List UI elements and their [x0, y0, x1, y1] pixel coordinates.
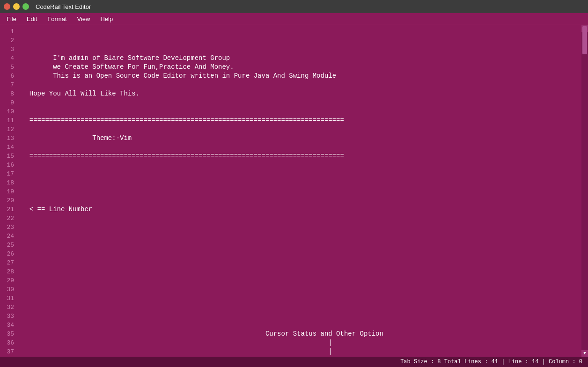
line-number: 5 — [3, 63, 14, 72]
code-line — [22, 187, 581, 196]
code-line: we Create Software For Fun,Practice And … — [22, 63, 581, 72]
code-line: | — [22, 338, 581, 347]
code-line: < == Line Number — [22, 205, 581, 214]
line-number: 19 — [3, 187, 14, 196]
code-line — [22, 312, 581, 321]
code-line — [22, 258, 581, 267]
line-number: 26 — [3, 250, 14, 258]
line-number: 25 — [3, 241, 14, 250]
menu-item-view[interactable]: View — [73, 15, 95, 23]
menu-item-file[interactable]: File — [2, 15, 21, 23]
code-line — [22, 98, 581, 107]
close-button[interactable] — [4, 3, 10, 10]
app-title: CodeRail Text Editor — [36, 3, 91, 10]
code-line — [22, 196, 581, 205]
line-number: 31 — [3, 294, 14, 303]
line-number: 2 — [3, 36, 14, 45]
code-line: Theme:-Vim — [22, 134, 581, 143]
line-number: 29 — [3, 276, 14, 285]
code-line: ========================================… — [22, 116, 581, 125]
line-number: 12 — [3, 125, 14, 134]
line-number: 17 — [3, 169, 14, 178]
code-line — [22, 161, 581, 169]
line-number: 13 — [3, 134, 14, 143]
line-number: 1 — [3, 27, 14, 36]
code-line — [22, 232, 581, 241]
line-number: 16 — [3, 161, 14, 169]
line-number: 3 — [3, 45, 14, 54]
scrollbar[interactable]: ▲ ▼ — [581, 25, 588, 357]
code-line — [22, 81, 581, 89]
line-number: 4 — [3, 54, 14, 63]
menu-item-edit[interactable]: Edit — [22, 15, 42, 23]
code-line — [22, 214, 581, 223]
line-number: 20 — [3, 196, 14, 205]
code-line — [22, 143, 581, 152]
code-line — [22, 250, 581, 258]
titlebar: CodeRail Text Editor — [0, 0, 588, 13]
code-line — [22, 223, 581, 232]
line-number: 23 — [3, 223, 14, 232]
line-number: 6 — [3, 72, 14, 81]
line-number: 37 — [3, 347, 14, 356]
maximize-button[interactable] — [22, 3, 29, 10]
line-number: 7 — [3, 81, 14, 89]
line-number: 27 — [3, 258, 14, 267]
line-number: 30 — [3, 285, 14, 294]
line-number: 8 — [3, 89, 14, 98]
code-line: | — [22, 347, 581, 356]
code-line — [22, 321, 581, 330]
line-number: 24 — [3, 232, 14, 241]
code-line — [22, 178, 581, 187]
code-line — [22, 276, 581, 285]
scroll-down-button[interactable]: ▼ — [581, 350, 588, 357]
code-line: Hope You All Will Like This. — [22, 89, 581, 98]
line-number: 21 — [3, 205, 14, 214]
text-area[interactable]: I'm admin of Blare Software Development … — [18, 25, 581, 357]
code-line — [22, 241, 581, 250]
statusbar: Tab Size : 8 Total Lines : 41 | Line : 1… — [0, 357, 588, 367]
line-number: 14 — [3, 143, 14, 152]
code-line — [22, 285, 581, 294]
menubar: FileEditFormatViewHelp — [0, 13, 588, 25]
line-number: 35 — [3, 330, 14, 338]
code-line: Cursor Status and Other Option — [22, 330, 581, 338]
line-number: 34 — [3, 321, 14, 330]
line-number: 36 — [3, 338, 14, 347]
line-number: 10 — [3, 107, 14, 116]
line-number: 28 — [3, 267, 14, 276]
statusbar-text: Tab Size : 8 Total Lines : 41 | Line : 1… — [400, 359, 582, 365]
code-line: I'm admin of Blare Software Development … — [22, 54, 581, 63]
minimize-button[interactable] — [13, 3, 20, 10]
code-line — [22, 267, 581, 276]
code-line: ========================================… — [22, 152, 581, 161]
code-line — [22, 294, 581, 303]
line-number: 18 — [3, 178, 14, 187]
code-line — [22, 303, 581, 312]
menu-item-help[interactable]: Help — [96, 15, 118, 23]
code-line: This is an Open Source Code Editor writt… — [22, 72, 581, 81]
line-numbers: 1234567891011121314151617181920212223242… — [0, 25, 18, 357]
scrollbar-thumb[interactable] — [582, 26, 587, 54]
line-number: 9 — [3, 98, 14, 107]
line-number: 11 — [3, 116, 14, 125]
editor-container: 1234567891011121314151617181920212223242… — [0, 25, 588, 357]
code-line — [22, 169, 581, 178]
line-number: 33 — [3, 312, 14, 321]
code-line — [22, 45, 581, 54]
line-number: 15 — [3, 152, 14, 161]
code-line: V — [22, 356, 581, 357]
code-line — [22, 107, 581, 116]
menu-item-format[interactable]: Format — [43, 15, 71, 23]
line-number: 22 — [3, 214, 14, 223]
code-line — [22, 125, 581, 134]
line-number: 32 — [3, 303, 14, 312]
